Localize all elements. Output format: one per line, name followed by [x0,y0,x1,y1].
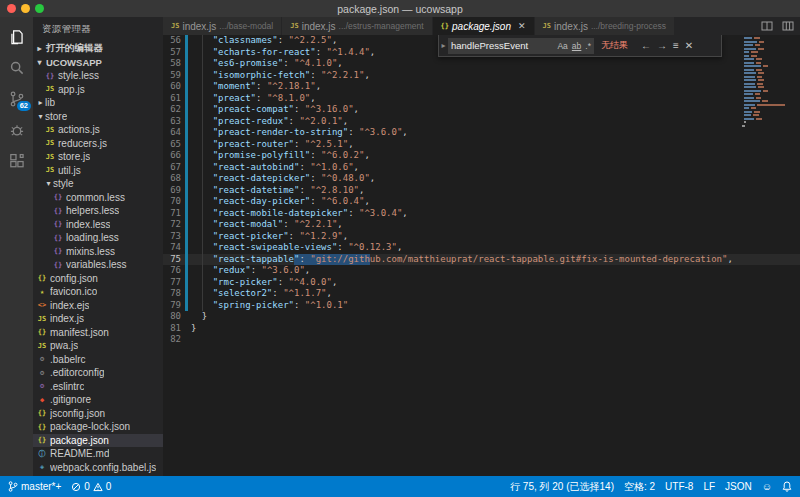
file-app.js[interactable]: JSapp.js [33,83,163,97]
code-line-64[interactable]: 64 "preact-render-to-string": "^3.6.0", [163,127,800,139]
file-util.js[interactable]: JSutil.js [33,164,163,178]
file-mixins.less[interactable]: {}mixins.less [33,245,163,259]
file-jsconfig.json[interactable]: {}jsconfig.json [33,407,163,421]
code-line-79[interactable]: 79 "spring-picker": "^1.0.1" [163,300,800,312]
code-line-82[interactable]: 82 [163,334,800,346]
code-line-61[interactable]: 61 "preact": "^8.1.0", [163,93,800,105]
code-line-77[interactable]: 77 "rmc-picker": "^4.0.0", [163,277,800,289]
window-title: package.json — ucowsapp [0,3,800,15]
file-common.less[interactable]: {}common.less [33,191,163,205]
match-case-toggle[interactable]: Aa [557,41,567,51]
find-previous-icon[interactable]: ← [641,40,651,51]
tree-item-label: webpack.config.babel.js [50,462,156,473]
file-loading.less[interactable]: {}loading.less [33,231,163,245]
code-line-69[interactable]: 69 "react-datetime": "^2.8.10", [163,185,800,197]
problems-status[interactable]: 0 0 [71,481,111,492]
file-variables.less[interactable]: {}variables.less [33,258,163,272]
code-line-80[interactable]: 80 } [163,311,800,323]
toggle-replace-button[interactable]: ▸ [439,35,448,56]
tab-close-icon[interactable]: ✕ [518,21,526,31]
regex-toggle[interactable]: .* [585,41,591,51]
code-line-78[interactable]: 78 "selector2": "^1.1.7", [163,288,800,300]
indentation-status[interactable]: 空格: 2 [624,480,655,494]
find-next-icon[interactable]: → [657,40,667,51]
file-package.json[interactable]: {}package.json [33,434,163,448]
git-branch-status[interactable]: master*+ [8,481,61,492]
code-line-74[interactable]: 74 "react-swipeable-views": "^0.12.3", [163,242,800,254]
file-package-lock.json[interactable]: {}package-lock.json [33,420,163,434]
file-index.ejs[interactable]: <>index.ejs [33,299,163,313]
folder-style[interactable]: ▾style [33,177,163,191]
code-line-65[interactable]: 65 "preact-router": "^2.5.1", [163,139,800,151]
file-webpack.config.babel.js[interactable]: ◈webpack.config.babel.js [33,461,163,475]
code-line-70[interactable]: 70 "react-day-picker": "^6.0.4", [163,196,800,208]
code-line-73[interactable]: 73 "react-picker": "^1.2.9", [163,231,800,243]
find-close-icon[interactable]: ✕ [685,40,693,51]
tab-package.json[interactable]: {}package.json✕ [433,17,535,35]
language-mode[interactable]: JSON [725,481,752,492]
sidebar-item-explorer[interactable] [0,21,33,52]
folder-store[interactable]: ▾store [33,110,163,124]
tab-index.js[interactable]: JSindex.js.../estrus-management [282,17,432,35]
sidebar-item-search[interactable] [0,52,33,83]
window-close-button[interactable] [7,4,16,13]
code-line-76[interactable]: 76 "redux": "^3.6.0", [163,265,800,277]
cursor-position[interactable]: 行 75, 列 20 (已选择14) [510,480,614,494]
tree-item-label: .eslintrc [50,381,84,392]
encoding-status[interactable]: UTF-8 [665,481,693,492]
find-input[interactable] [451,40,553,51]
file-index.less[interactable]: {}index.less [33,218,163,232]
file-index.js[interactable]: JSindex.js [33,312,163,326]
file-config.json[interactable]: {}config.json [33,272,163,286]
file-README.md[interactable]: ⓘREADME.md [33,447,163,461]
whole-word-toggle[interactable]: ab [572,41,581,51]
feedback-smiley-icon[interactable]: ☺ [762,481,772,492]
tab-index.js[interactable]: JSindex.js.../breeding-process [535,17,675,35]
line-number: 79 [163,300,185,312]
code-line-62[interactable]: 62 "preact-compat": "^3.16.0", [163,104,800,116]
project-section[interactable]: ▾ UCOWSAPP [33,55,163,69]
file-store.js[interactable]: JSstore.js [33,150,163,164]
notifications-bell-icon[interactable] [782,481,792,492]
file-.eslintrc[interactable]: ⚙.eslintrc [33,380,163,394]
editor[interactable]: 56 "classnames": "^2.2.5",57 "echarts-fo… [163,35,800,476]
window-minimize-button[interactable] [21,4,30,13]
code-line-66[interactable]: 66 "promise-polyfill": "^6.0.2", [163,150,800,162]
file-actions.js[interactable]: JSactions.js [33,123,163,137]
git-modified-marker [185,185,188,197]
sidebar-item-debug[interactable] [0,114,33,145]
file-manifest.json[interactable]: {}manifest.json [33,326,163,340]
minimap[interactable] [741,37,797,132]
find-in-selection-icon[interactable]: ≡ [673,40,679,51]
line-number: 68 [163,173,185,185]
code-line-81[interactable]: 81} [163,323,800,335]
file-.gitignore[interactable]: ◆.gitignore [33,393,163,407]
code-line-58[interactable]: 58 "es6-promise": "^4.1.0", [163,58,800,70]
file-style.less[interactable]: {}style.less [33,69,163,83]
window-zoom-button[interactable] [35,4,44,13]
code-line-67[interactable]: 67 "react-autobind": "^1.0.6", [163,162,800,174]
file-reducers.js[interactable]: JSreducers.js [33,137,163,151]
git-modified-marker [185,139,188,151]
code-line-63[interactable]: 63 "preact-redux": "^2.0.1", [163,116,800,128]
file-favicon.ico[interactable]: ★favicon.ico [33,285,163,299]
code-line-68[interactable]: 68 "react-datepicker": "^0.48.0", [163,173,800,185]
eol-status[interactable]: LF [703,481,715,492]
folder-lib[interactable]: ▸lib [33,96,163,110]
file-.babelrc[interactable]: ⚙.babelrc [33,353,163,367]
sidebar-item-extensions[interactable] [0,145,33,176]
file-pwa.js[interactable]: JSpwa.js [33,339,163,353]
code-line-72[interactable]: 72 "react-modal": "^2.2.1", [163,219,800,231]
split-editor-icon[interactable] [761,20,773,32]
file-.editorconfig[interactable]: ⚙.editorconfig [33,366,163,380]
file-helpers.less[interactable]: {}helpers.less [33,204,163,218]
code-line-71[interactable]: 71 "react-mobile-datepicker": "^3.0.4", [163,208,800,220]
sidebar-item-source-control[interactable]: 62 [0,83,33,114]
code-line-75[interactable]: 75 "react-tappable": "git://github.com/m… [163,254,800,266]
code-line-60[interactable]: 60 "moment": "^2.18.1", [163,81,800,93]
code-line-59[interactable]: 59 "isomorphic-fetch": "^2.2.1", [163,70,800,82]
tab-index.js[interactable]: JSindex.js.../base-modal [163,17,282,35]
open-editors-section[interactable]: ▸ 打开的编辑器 [33,41,163,55]
toggle-layout-icon[interactable] [782,20,794,32]
git-modified-marker [185,81,188,93]
